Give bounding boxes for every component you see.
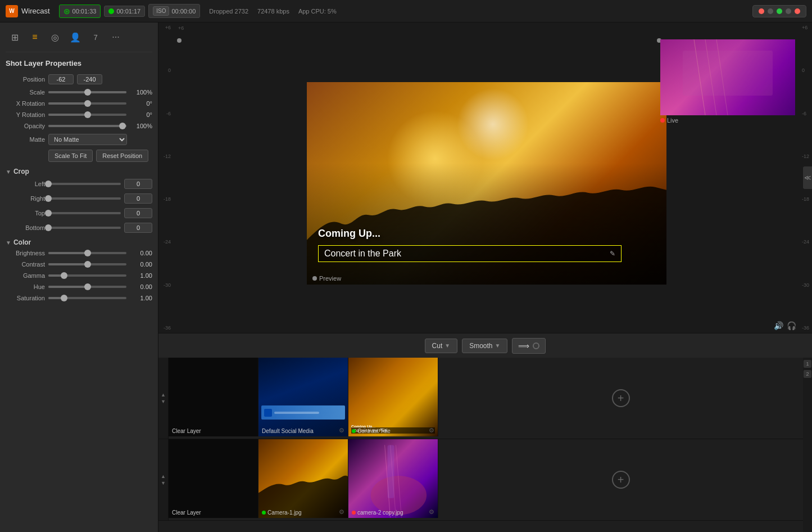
x-rotation-row: X Rotation 0° bbox=[6, 100, 152, 107]
shot-cell-contrast-title[interactable]: Coming Up... Concert in the Park Contras… bbox=[348, 358, 438, 436]
crop-top-input[interactable] bbox=[124, 208, 152, 218]
add-shot-button-2[interactable]: + bbox=[612, 471, 630, 489]
saturation-value: 1.00 bbox=[130, 295, 152, 301]
tl-gray-dot2 bbox=[786, 8, 791, 14]
crop-arrow-icon: ▼ bbox=[6, 169, 11, 175]
saturation-slider[interactable] bbox=[48, 297, 126, 299]
preview-canvas[interactable]: Coming Up... Concert in the Park ✎ Previ… bbox=[307, 82, 666, 285]
color-title: Color bbox=[13, 238, 31, 246]
position-y-input[interactable]: -240 bbox=[77, 74, 102, 84]
social-text-bar bbox=[274, 412, 319, 414]
person-icon[interactable]: 👤 bbox=[66, 28, 84, 46]
gamma-slider[interactable] bbox=[48, 274, 126, 277]
scale-to-fit-button[interactable]: Scale To Fit bbox=[48, 150, 93, 162]
shot-gear-camera2[interactable]: ⚙ bbox=[429, 508, 434, 516]
shot-label-title: Contrast Title bbox=[352, 428, 391, 434]
layer-2-badge: 2 bbox=[804, 370, 811, 378]
cut-button[interactable]: Cut ▼ bbox=[425, 339, 458, 353]
collapse-panel-button[interactable]: ≪ bbox=[803, 166, 812, 189]
scale-row: Scale 100% bbox=[6, 89, 152, 96]
add-shot-button-1[interactable]: + bbox=[612, 389, 630, 407]
x-rotation-slider[interactable] bbox=[48, 102, 126, 105]
social-stripe bbox=[261, 405, 345, 420]
more-icon[interactable]: ··· bbox=[107, 28, 125, 46]
crop-left-slider[interactable] bbox=[48, 183, 121, 185]
dropped-frames: Dropped 2732 bbox=[209, 8, 248, 15]
scale-slider[interactable] bbox=[48, 91, 126, 93]
hue-slider[interactable] bbox=[48, 286, 126, 288]
audio-icon[interactable]: ◎ bbox=[46, 28, 64, 46]
x-rotation-value: 0° bbox=[130, 100, 152, 107]
cut-caret-icon: ▼ bbox=[444, 342, 450, 349]
iso-status[interactable]: ISO 00:00:00 bbox=[148, 4, 200, 18]
shot-cell-camera1[interactable]: Camera-1.jpg ⚙ bbox=[258, 439, 348, 518]
hue-value: 0.00 bbox=[130, 283, 152, 290]
gamma-label: Gamma bbox=[6, 272, 45, 279]
shot-cell-clear-layer-2[interactable]: Clear Layer bbox=[169, 439, 258, 518]
live-thumb[interactable] bbox=[660, 39, 795, 115]
record-status[interactable]: 00:01:17 bbox=[104, 6, 145, 17]
y-rotation-slider[interactable] bbox=[48, 114, 126, 116]
shot-cell-clear-layer-1[interactable]: Clear Layer bbox=[169, 358, 258, 436]
contrast-slider[interactable] bbox=[48, 263, 126, 265]
crop-right-row: Right bbox=[6, 193, 152, 204]
brightness-value: 0.00 bbox=[130, 250, 152, 256]
text-box[interactable]: Concert in the Park ✎ bbox=[318, 245, 622, 262]
sliders-icon[interactable]: ≡ bbox=[26, 28, 44, 46]
color-section-header: ▼ Color bbox=[6, 238, 152, 246]
live-text: Live bbox=[667, 117, 678, 124]
transition-arrow-button[interactable]: ⟹ bbox=[512, 338, 546, 354]
top-bar-left: W Wirecast ⊛ 00:01:33 00:01:17 ISO 00:00… bbox=[6, 4, 752, 18]
shot-gear-social[interactable]: ⚙ bbox=[339, 427, 344, 434]
crop-left-input[interactable] bbox=[124, 179, 152, 189]
brightness-label: Brightness bbox=[6, 250, 45, 256]
recording-time: 00:01:17 bbox=[116, 8, 140, 15]
add-shot-cell-2[interactable]: + bbox=[438, 439, 803, 520]
shot-cell-social-media[interactable]: Default Social Media ⚙ bbox=[258, 358, 348, 436]
preview-main: +6 bbox=[173, 22, 801, 333]
opacity-row: Opacity 100% bbox=[6, 123, 152, 129]
shots-scrollbar: 1 2 bbox=[803, 358, 812, 532]
volume-icon[interactable]: 🔊 bbox=[774, 321, 783, 330]
preview-label: Preview bbox=[312, 275, 341, 282]
panel-title: Shot Layer Properties bbox=[6, 59, 152, 67]
smooth-label: Smooth bbox=[469, 342, 492, 350]
position-x-input[interactable]: -62 bbox=[48, 74, 74, 84]
shot-gear-camera1[interactable]: ⚙ bbox=[339, 508, 344, 516]
add-shot-cell-1[interactable]: + bbox=[438, 358, 803, 439]
crop-right-input[interactable] bbox=[124, 193, 152, 204]
tl-green-dot bbox=[777, 8, 782, 14]
shot-label-clear-1: Clear Layer bbox=[172, 428, 201, 434]
crop-section-header: ▼ Crop bbox=[6, 168, 152, 175]
wifi-status[interactable]: ⊛ 00:01:33 bbox=[59, 4, 101, 18]
crop-bottom-slider[interactable] bbox=[48, 227, 121, 229]
crowd-overlay bbox=[307, 163, 666, 285]
circle-icon bbox=[533, 342, 539, 349]
layer-row-arrows-2: ▲ ▼ bbox=[158, 439, 169, 520]
position-label: Position bbox=[6, 76, 45, 83]
cut-label: Cut bbox=[432, 342, 443, 350]
matte-select[interactable]: No Matte bbox=[48, 134, 127, 145]
saturation-row: Saturation 1.00 bbox=[6, 295, 152, 301]
crop-bottom-input[interactable] bbox=[124, 223, 152, 233]
reset-position-button[interactable]: Reset Position bbox=[96, 150, 148, 162]
left-panel: ⊞ ≡ ◎ 👤 7 ··· Shot Layer Properties Posi… bbox=[0, 22, 158, 532]
shot-cell-camera2[interactable]: camera-2 copy.jpg ⚙ bbox=[348, 439, 438, 518]
preview-canvas-area: Coming Up... Concert in the Park ✎ Previ… bbox=[173, 34, 801, 333]
preview-fullarea: +6 0 -6 -12 -18 -24 -30 -36 +6 bbox=[158, 22, 812, 333]
shot-label-camera2: camera-2 copy.jpg bbox=[352, 510, 403, 516]
opacity-slider[interactable] bbox=[48, 125, 126, 127]
smooth-button[interactable]: Smooth ▼ bbox=[462, 339, 507, 353]
layers-icon[interactable]: ⊞ bbox=[6, 28, 24, 46]
main-content: ⊞ ≡ ◎ 👤 7 ··· Shot Layer Properties Posi… bbox=[0, 22, 812, 532]
headphone-icon[interactable]: 🎧 bbox=[787, 321, 796, 330]
light-burst2 bbox=[451, 82, 535, 166]
shot-gear-title[interactable]: ⚙ bbox=[429, 427, 434, 434]
action-buttons-row: Scale To Fit Reset Position bbox=[6, 150, 152, 162]
crop-right-slider[interactable] bbox=[48, 197, 121, 200]
brightness-slider[interactable] bbox=[48, 252, 126, 254]
transition-bar: Cut ▼ Smooth ▼ ⟹ bbox=[158, 333, 812, 358]
number-icon[interactable]: 7 bbox=[87, 28, 105, 46]
crop-top-slider[interactable] bbox=[48, 212, 121, 214]
corner-handle-tl[interactable] bbox=[177, 38, 182, 43]
